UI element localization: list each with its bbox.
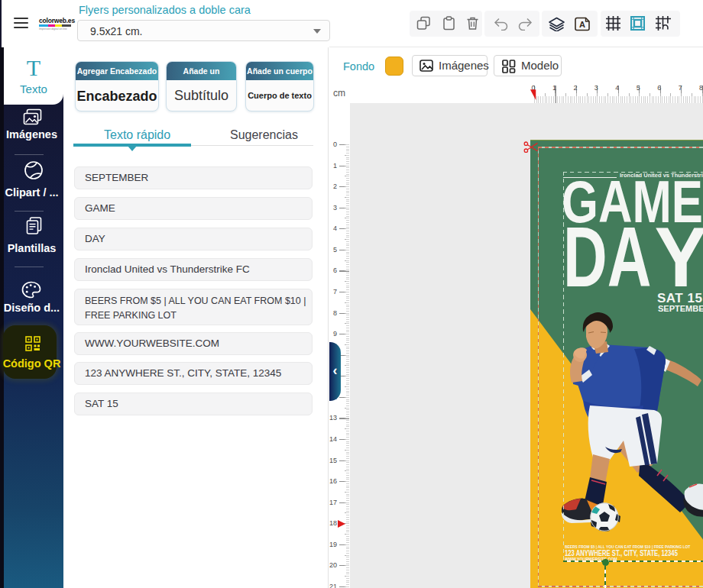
svg-text:A: A [579,20,585,29]
